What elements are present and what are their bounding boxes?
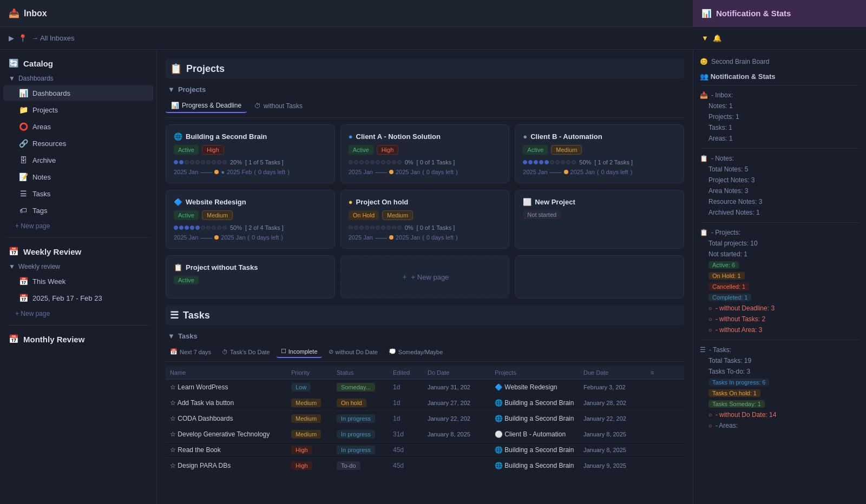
rp-projects-on-hold: On Hold: 1 [708, 270, 860, 281]
projects-label: Projects [178, 85, 206, 94]
table-row[interactable]: ☆ Design PARA DBs High To-do 45d 🌐 Build… [166, 458, 684, 474]
project-card-website-redesign[interactable]: 🔷 Website Redesign Active Medium 50% [ 2… [166, 190, 335, 249]
project-card-on-hold[interactable]: ● Project On hold On Hold Medium 0% [ 0 … [340, 190, 510, 249]
sidebar-item-tasks[interactable]: ☰ Tasks [3, 185, 153, 202]
sidebar-item-notes[interactable]: 📝 Notes [3, 169, 153, 185]
sidebar-projects-label: Projects [32, 106, 58, 114]
weekly-review-header: 📅 Weekly Review [0, 242, 156, 261]
projects-section: 📋 Projects ▼ Projects 📊 Progress & Deadl… [166, 58, 684, 299]
sidebar-areas-label: Areas [32, 123, 51, 131]
tab-progress-deadline[interactable]: 📊 Progress & Deadline [166, 99, 247, 113]
rp-inbox-areas: Areas: 1 [708, 133, 860, 144]
card-title-4: 🔷 Website Redesign [174, 198, 327, 206]
projects-icon: 📁 [18, 105, 28, 114]
rp-notes-header: 📋 - Notes: [700, 153, 860, 164]
tab-without-tasks[interactable]: ⏱ without Tasks [249, 99, 308, 113]
dashboards-group[interactable]: ▼ Dashboards [0, 72, 156, 84]
rp-tasks-no-do-date: ○ - without Do Date: 14 [708, 409, 860, 420]
date-range-5: 2025 Jan —— 2025 Jan (0 days left) [349, 234, 502, 241]
card-icon-3: ● [523, 132, 527, 141]
rp-projects-header: 📋 - Projects: [700, 227, 860, 238]
projects-cards-grid: 🌐 Building a Second Brain Active High [166, 124, 684, 183]
table-row[interactable]: ☆ Develop Generative Technology Medium I… [166, 427, 684, 442]
rp-projects-active: Active: 6 [708, 260, 860, 270]
project-card-new-project[interactable]: ⬜ New Project Not started [515, 190, 684, 249]
project-card-client-a[interactable]: ● Client A - Notion Solution Active High… [340, 124, 510, 183]
sidebar-item-areas[interactable]: ⭕ Areas [3, 118, 153, 135]
tab-without-do-date[interactable]: ⊘ without Do Date [324, 346, 382, 358]
date-range-1: 2025 Jan —— ● 2025 Feb ( 0 days left ) [174, 169, 327, 175]
tab-tasks-do-date[interactable]: ⏱ Task's Do Date [218, 346, 274, 358]
sidebar-archive-label: Archive [32, 156, 56, 164]
card-title-7: 📋 Project without Tasks [174, 263, 327, 271]
table-row[interactable]: ☆ Add Task via button Medium On hold 1d … [166, 395, 684, 411]
projects-new-page-button[interactable]: ＋ + New page [340, 255, 510, 299]
rp-divider-1 [700, 85, 860, 85]
notes-icon: 📝 [18, 173, 28, 181]
col-extra: ≡ [651, 369, 667, 376]
notif-icon: 📊 [701, 9, 712, 18]
tasks-table: Name Priority Status Edited Do Date Proj… [166, 366, 684, 474]
rp-tasks-todo: Tasks To-do: 3 [708, 366, 860, 377]
progress-container-5: 0% [ 0 of 1 Tasks ] [349, 224, 502, 231]
main-content: 📋 Projects ▼ Projects 📊 Progress & Deadl… [157, 50, 693, 504]
rp-divider-4 [700, 340, 860, 340]
rp-projects-not-started: Not started: 1 [708, 249, 860, 260]
rp-projects-completed: Completed: 1 [708, 292, 860, 303]
project-card-client-b[interactable]: ● Client B - Automation Active Medium 50… [515, 124, 684, 183]
all-inboxes-nav[interactable]: ▶ 📍 → All Inboxes [0, 34, 693, 42]
pin-icon: 📍 [18, 34, 27, 42]
sidebar-item-date-range[interactable]: 📅 2025, Feb 17 - Feb 23 [3, 290, 153, 306]
progress-dots-1 [174, 160, 227, 164]
sidebar-item-this-week[interactable]: 📅 This Week [3, 273, 153, 289]
sidebar-item-tags[interactable]: 🏷 Tags [3, 202, 153, 218]
tasks-header: ☰ Tasks [166, 305, 684, 326]
status-badge-1: Active [174, 145, 199, 155]
plus-icon: ＋ [401, 272, 408, 282]
filter-icon[interactable]: ▼ [701, 34, 708, 42]
rp-main-title[interactable]: 😊 Second Brain Board [700, 56, 860, 67]
sidebar-item-projects[interactable]: 📁 Projects [3, 102, 153, 118]
card-title-6: ⬜ New Project [523, 198, 676, 206]
new-page-label: + New page [15, 222, 50, 230]
dashboards-icon: 📊 [18, 89, 28, 97]
weekly-review-title: Weekly Review [23, 247, 81, 256]
notification-stats-header: 📊 Notification & Stats [693, 0, 866, 26]
weekly-review-group[interactable]: ▼ Weekly review [0, 261, 156, 273]
sidebar-divider-2 [6, 325, 150, 326]
col-status: Status [337, 369, 391, 376]
table-header: Name Priority Status Edited Do Date Proj… [166, 366, 684, 380]
rp-section-title: 👥 Notification & Stats [700, 72, 860, 81]
rp-tasks-someday: Tasks Someday: 1 [708, 399, 860, 409]
sidebar-notes-label: Notes [32, 173, 51, 181]
badges-row-6: Not started [523, 210, 676, 219]
catalog-new-page-button[interactable]: + New page [0, 219, 156, 233]
sidebar-item-dashboards[interactable]: 📊 Dashboards [3, 85, 153, 101]
sidebar-item-archive[interactable]: 🗄 Archive [3, 152, 153, 168]
rp-projects-no-deadline: ○ - without Deadline: 3 [708, 303, 860, 314]
progress-tab-icon: 📊 [171, 102, 179, 109]
col-priority: Priority [291, 369, 334, 376]
tab-someday-maybe[interactable]: 💭 Someday/Maybe [384, 346, 448, 358]
card-icon-2: ● [349, 132, 353, 141]
priority-badge-1: High [202, 145, 224, 155]
tab-incomplete[interactable]: ☐ Incomplete [277, 346, 322, 358]
table-row[interactable]: ☆ Learn WordPress Low Someday... 1d Janu… [166, 380, 684, 395]
tab-next-7-days[interactable]: 📅 Next 7 days [166, 346, 215, 358]
rp-projects-cancelled: Cancelled: 1 [708, 281, 860, 292]
bell-icon[interactable]: 🔔 [713, 34, 721, 42]
inbox-title: Inbox [24, 9, 47, 18]
weekly-new-page-button[interactable]: + New page [0, 307, 156, 321]
card-title-1: 🌐 Building a Second Brain [174, 132, 327, 141]
tab1-label: Progress & Deadline [182, 102, 241, 109]
sidebar-item-resources[interactable]: 🔗 Resources [3, 135, 153, 151]
table-row[interactable]: ☆ Read the Book High In progress 45d 🌐 B… [166, 442, 684, 458]
date-range-3: 2025 Jan —— 2025 Jan (0 days left) [523, 169, 676, 175]
chevron-down-icon: ▼ [9, 75, 15, 82]
table-row[interactable]: ☆ CODA Dashboards Medium In progress 1d … [166, 411, 684, 427]
project-card-building-second-brain[interactable]: 🌐 Building a Second Brain Active High [166, 124, 335, 183]
priority-badge-3: Medium [551, 145, 582, 155]
rp-tasks-details: Total Tasks: 19 Tasks To-do: 3 Tasks In … [700, 355, 860, 431]
project-card-without-tasks[interactable]: 📋 Project without Tasks Active [166, 255, 335, 299]
tasks-toggle-icon: ▼ [168, 332, 175, 340]
